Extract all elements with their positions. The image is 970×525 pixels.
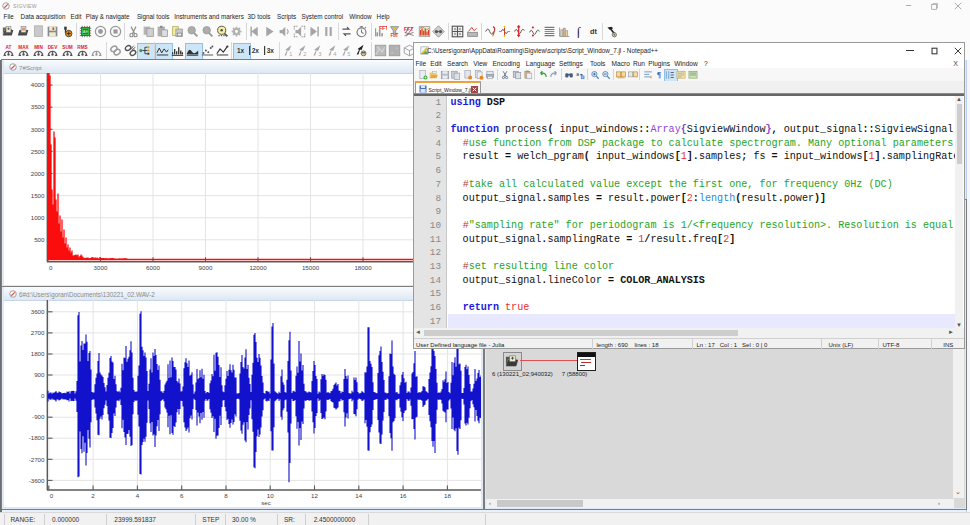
svg-text:sec: sec [261,499,271,506]
svg-text:4: 4 [136,492,140,499]
svg-text:SUM: SUM [62,45,73,50]
svg-text:1000: 1000 [31,214,45,221]
svg-text:-900: -900 [32,413,45,420]
svg-text:14: 14 [355,492,362,499]
svg-text:2: 2 [91,492,95,499]
svg-text:15000: 15000 [302,264,320,271]
svg-text:0: 0 [49,264,53,271]
svg-text:1: 1 [289,51,292,57]
svg-text:3500: 3500 [31,103,45,110]
svg-text:RMS: RMS [77,45,87,50]
svg-text:1500: 1500 [31,192,45,199]
svg-text:2500: 2500 [31,148,45,155]
svg-text:FFT: FFT [379,25,387,31]
svg-text:MIN: MIN [34,45,43,50]
svg-text:5: 5 [347,51,350,57]
svg-text:4: 4 [333,51,336,57]
svg-text:dt: dt [590,27,597,36]
svg-text:1x: 1x [237,47,245,54]
svg-text:1800: 1800 [31,350,45,357]
svg-text:9000: 9000 [199,264,213,271]
svg-text:DEV: DEV [48,45,59,50]
svg-text:4000: 4000 [31,81,45,88]
svg-text:FFT: FFT [404,26,414,32]
svg-text:FLT: FLT [390,33,398,38]
svg-text:6: 6 [180,492,184,499]
svg-text:¶: ¶ [657,71,662,80]
svg-text:MAX: MAX [18,45,29,50]
svg-text:-3600: -3600 [29,477,45,484]
svg-text:12000: 12000 [249,264,267,271]
svg-text:2x: 2x [252,47,260,54]
svg-text:18: 18 [444,492,451,499]
svg-text:18000: 18000 [354,264,372,271]
svg-text:10: 10 [267,492,274,499]
svg-text:2000: 2000 [31,170,45,177]
svg-text:-2700: -2700 [29,456,45,463]
svg-text:3000: 3000 [94,264,108,271]
svg-text:0: 0 [50,492,54,499]
svg-text:6000: 6000 [146,264,160,271]
svg-text:∫: ∫ [576,25,582,38]
svg-text:2: 2 [303,51,306,57]
svg-text:3x: 3x [267,47,275,54]
svg-text:3000: 3000 [31,126,45,133]
svg-text:AT: AT [6,45,12,50]
svg-text:900: 900 [34,371,45,378]
svg-text:12: 12 [311,492,318,499]
svg-text:500: 500 [34,236,45,243]
svg-text:16: 16 [400,492,407,499]
svg-text:0: 0 [41,392,45,399]
svg-text:3600: 3600 [31,308,45,315]
svg-text:-1800: -1800 [29,434,45,441]
svg-text:AE: AE [83,29,89,34]
svg-text:a: a [576,71,579,77]
svg-text:8: 8 [224,492,228,499]
svg-text:3: 3 [318,51,321,57]
svg-text:2700: 2700 [31,329,45,336]
